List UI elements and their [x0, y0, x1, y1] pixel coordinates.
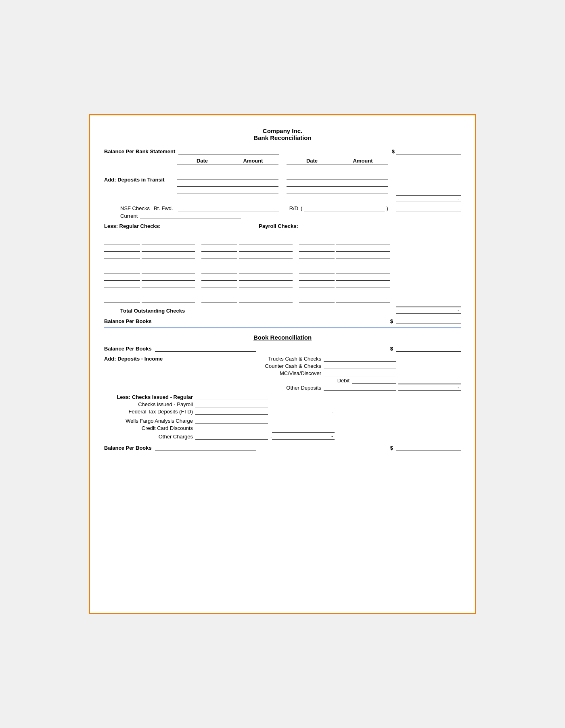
reg-c1-amt6[interactable]: [142, 267, 195, 273]
pay-num10[interactable]: [299, 296, 335, 302]
reg-c2-amt8[interactable]: [239, 282, 293, 288]
cell-date-r1[interactable]: [287, 166, 337, 172]
cell-date-l1[interactable]: [177, 166, 228, 172]
reg-c1-num2[interactable]: [104, 238, 140, 244]
pay-num1[interactable]: [299, 231, 335, 237]
reg-c2-num3[interactable]: [201, 245, 237, 252]
reg-c2-num2[interactable]: [201, 238, 237, 244]
cell-date-l2[interactable]: [177, 173, 228, 179]
reg-c1-amt5[interactable]: [142, 260, 195, 266]
reg-c1-amt3[interactable]: [142, 245, 195, 252]
reg-c1-num6[interactable]: [104, 267, 140, 273]
reg-c2-num9[interactable]: [201, 289, 237, 295]
total-outstanding-value[interactable]: -: [396, 307, 461, 314]
balance-books-book-input[interactable]: [155, 346, 256, 352]
cell-date-r5[interactable]: [287, 195, 337, 201]
cell-amt-r3[interactable]: [337, 180, 388, 187]
cell-amt-l5[interactable]: [228, 195, 278, 201]
pay-amt8[interactable]: [336, 282, 390, 288]
wells-fargo-input[interactable]: [195, 418, 268, 424]
reg-c2-amt9[interactable]: [239, 289, 293, 295]
balance-books-bank-input[interactable]: [155, 319, 256, 324]
cell-date-r3[interactable]: [287, 180, 337, 187]
reg-c2-num5[interactable]: [201, 260, 237, 266]
cell-amt-l4[interactable]: [228, 188, 278, 194]
pay-amt5[interactable]: [336, 260, 390, 266]
charges-total-value[interactable]: -: [272, 432, 335, 440]
pay-num3[interactable]: [299, 245, 335, 252]
cell-amt-r1[interactable]: [337, 166, 388, 172]
deposits-income-total-value[interactable]: -: [398, 384, 461, 391]
cell-date-r2[interactable]: [287, 173, 337, 179]
mc-visa-input[interactable]: [324, 371, 396, 376]
pay-num8[interactable]: [299, 282, 335, 288]
reg-c2-num1[interactable]: [201, 231, 237, 237]
reg-c1-num7[interactable]: [104, 274, 140, 281]
reg-c1-amt7[interactable]: [142, 274, 195, 281]
pay-num9[interactable]: [299, 289, 335, 295]
debit-input[interactable]: [352, 378, 396, 384]
pay-amt2[interactable]: [336, 238, 390, 244]
balance-bank-input[interactable]: [178, 149, 279, 154]
reg-c2-amt4[interactable]: [239, 252, 293, 259]
reg-c1-amt1[interactable]: [142, 231, 195, 237]
reg-c2-amt6[interactable]: [239, 267, 293, 273]
cell-amt-r5[interactable]: [337, 195, 388, 201]
pay-amt9[interactable]: [336, 289, 390, 295]
reg-c2-amt1[interactable]: [239, 231, 293, 237]
nsf-total-value[interactable]: [396, 206, 461, 211]
reg-c1-amt10[interactable]: [142, 296, 195, 302]
pay-amt3[interactable]: [336, 245, 390, 252]
cell-date-l5[interactable]: [177, 195, 228, 201]
deposits-total-input[interactable]: -: [396, 195, 461, 202]
reg-c1-num10[interactable]: [104, 296, 140, 302]
pay-num4[interactable]: [299, 252, 335, 259]
pay-num7[interactable]: [299, 274, 335, 281]
reg-c1-amt2[interactable]: [142, 238, 195, 244]
reg-c2-amt10[interactable]: [239, 296, 293, 302]
reg-c1-num9[interactable]: [104, 289, 140, 295]
reg-c1-amt4[interactable]: [142, 252, 195, 259]
reg-c2-amt3[interactable]: [239, 245, 293, 252]
pay-amt10[interactable]: [336, 296, 390, 302]
other-deposits-input[interactable]: [324, 385, 396, 391]
reg-c2-amt7[interactable]: [239, 274, 293, 281]
reg-c1-num4[interactable]: [104, 252, 140, 259]
pay-amt4[interactable]: [336, 252, 390, 259]
pay-amt7[interactable]: [336, 274, 390, 281]
reg-c2-amt2[interactable]: [239, 238, 293, 244]
cell-amt-l3[interactable]: [228, 180, 278, 187]
nsf-btfwd-input[interactable]: [178, 206, 279, 211]
reg-c1-num8[interactable]: [104, 282, 140, 288]
balance-books-book-value[interactable]: [396, 346, 461, 352]
reg-c1-num1[interactable]: [104, 231, 140, 237]
trucks-cash-input[interactable]: [324, 356, 396, 362]
cell-amt-r2[interactable]: [337, 173, 388, 179]
pay-amt6[interactable]: [336, 267, 390, 273]
cell-date-l3[interactable]: [177, 180, 228, 187]
reg-c2-num6[interactable]: [201, 267, 237, 273]
reg-c1-amt9[interactable]: [142, 289, 195, 295]
cell-amt-l1[interactable]: [228, 166, 278, 172]
balance-books-bank-value[interactable]: [396, 317, 461, 324]
reg-c2-amt5[interactable]: [239, 260, 293, 266]
reg-c2-num10[interactable]: [201, 296, 237, 302]
pay-num2[interactable]: [299, 238, 335, 244]
credit-card-input[interactable]: [195, 426, 268, 431]
pay-num6[interactable]: [299, 267, 335, 273]
reg-c1-amt8[interactable]: [142, 282, 195, 288]
nsf-rd-input[interactable]: [304, 206, 385, 211]
reg-c2-num8[interactable]: [201, 282, 237, 288]
reg-c2-num4[interactable]: [201, 252, 237, 259]
cell-date-l4[interactable]: [177, 188, 228, 194]
balance-books-final-input[interactable]: [155, 445, 256, 451]
less-regular-input[interactable]: [195, 394, 268, 400]
checks-payroll-input[interactable]: [195, 402, 268, 407]
balance-books-final-value[interactable]: [396, 444, 461, 451]
reg-c1-num5[interactable]: [104, 260, 140, 266]
other-charges-input[interactable]: [195, 434, 268, 440]
federal-tax-input[interactable]: [195, 409, 268, 415]
pay-num5[interactable]: [299, 260, 335, 266]
reg-c1-num3[interactable]: [104, 245, 140, 252]
counter-cash-input[interactable]: [324, 363, 396, 369]
